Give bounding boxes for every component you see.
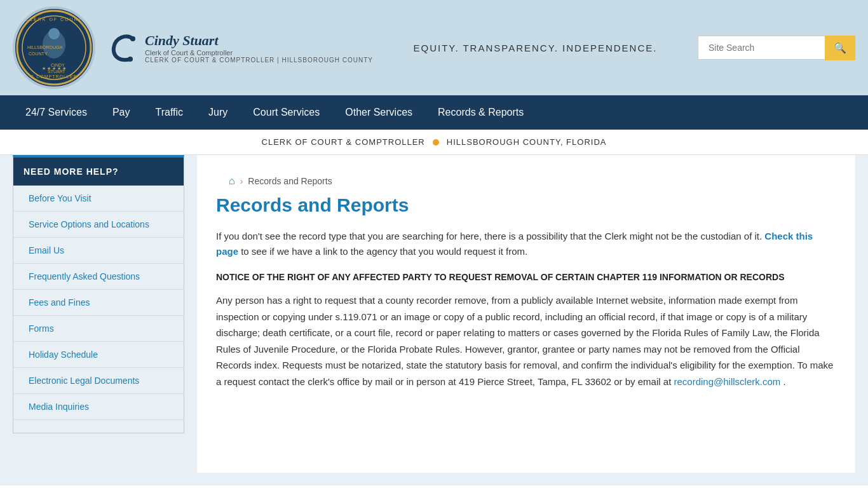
sidebar-item-service-options[interactable]: Service Options and Locations (13, 212, 184, 238)
email-link[interactable]: recording@hillsclerk.com (674, 376, 780, 387)
header-search: 🔍 (698, 36, 855, 60)
nav-item-other-services[interactable]: Other Services (332, 95, 425, 130)
org-bar: CLERK OF COURT & COMPTROLLER HILLSBOROUG… (0, 130, 868, 155)
nav-item-traffic[interactable]: Traffic (143, 95, 196, 130)
intro-text-part1: If you don't see the record type that yo… (216, 231, 762, 241)
logo-circle: CLERK OF COURT & COMPTROLLER ★ ★ ★ ★ ★ H… (13, 6, 95, 89)
sidebar-item-faq[interactable]: Frequently Asked Questions (13, 264, 184, 290)
nav-item-court-services[interactable]: Court Services (240, 95, 332, 130)
svg-point-5 (48, 28, 60, 39)
body-end: . (783, 376, 785, 387)
nav-item-records-reports[interactable]: Records & Reports (425, 95, 536, 130)
sidebar-header: NEED MORE HELP? (13, 158, 184, 186)
svg-point-11 (130, 36, 135, 41)
brand-name: Cindy Stuart Clerk of Court & Comptrolle… (145, 32, 373, 64)
svg-point-12 (128, 57, 133, 62)
sidebar: NEED MORE HELP? Before You Visit Service… (13, 155, 184, 433)
body-text: Any person has a right to request that a… (216, 295, 833, 387)
page-title: Records and Reports (216, 194, 836, 216)
sidebar-item-before-you-visit[interactable]: Before You Visit (13, 186, 184, 212)
svg-text:HILLSBOROUGH: HILLSBOROUGH (27, 45, 63, 50)
sidebar-item-electronic-legal[interactable]: Electronic Legal Documents (13, 368, 184, 394)
svg-text:STUART: STUART (48, 69, 66, 74)
nav-item-247services[interactable]: 24/7 Services (13, 95, 100, 130)
main-layout: NEED MORE HELP? Before You Visit Service… (0, 155, 868, 485)
content-area: ⌂ › Records and Reports Records and Repo… (197, 155, 855, 473)
sidebar-item-holiday-schedule[interactable]: Holiday Schedule (13, 342, 184, 368)
content-body: Any person has a right to request that a… (216, 292, 836, 390)
sidebar-item-media-inquiries[interactable]: Media Inquiries (13, 394, 184, 420)
content-intro: If you don't see the record type that yo… (216, 229, 836, 259)
header-brand: Cindy Stuart Clerk of Court & Comptrolle… (108, 32, 373, 64)
org-left: CLERK OF COURT & COMPTROLLER (262, 137, 425, 147)
breadcrumb: ⌂ › Records and Reports (216, 168, 836, 194)
header-slogan: EQUITY. TRANSPARENCY. INDEPENDENCE. (386, 43, 685, 53)
nav-item-jury[interactable]: Jury (196, 95, 240, 130)
breadcrumb-separator: › (240, 176, 243, 186)
svg-text:COUNTY: COUNTY (29, 51, 48, 56)
breadcrumb-current: Records and Reports (248, 176, 332, 186)
svg-text:CINDY: CINDY (51, 63, 65, 67)
svg-text:& COMPTROLLER: & COMPTROLLER (31, 74, 78, 79)
brand-logo: Cindy Stuart Clerk of Court & Comptrolle… (108, 32, 373, 64)
main-nav: 24/7 Services Pay Traffic Jury Court Ser… (0, 95, 868, 130)
svg-text:CLERK OF COURT: CLERK OF COURT (25, 17, 83, 22)
sidebar-item-email-us[interactable]: Email Us (13, 238, 184, 264)
sidebar-item-fees-fines[interactable]: Fees and Fines (13, 290, 184, 316)
search-button[interactable]: 🔍 (825, 36, 855, 60)
nav-item-pay[interactable]: Pay (100, 95, 143, 130)
intro-text-part2: to see if we have a link to the agency t… (241, 246, 527, 257)
sidebar-item-forms[interactable]: Forms (13, 316, 184, 342)
search-input[interactable] (698, 36, 825, 60)
org-right: HILLSBOROUGH COUNTY, FLORIDA (447, 137, 607, 147)
site-header: CLERK OF COURT & COMPTROLLER ★ ★ ★ ★ ★ H… (0, 0, 868, 95)
org-dot (433, 139, 439, 146)
notice-title: NOTICE OF THE RIGHT OF ANY AFFECTED PART… (216, 272, 836, 282)
brand-c-icon (108, 32, 140, 64)
breadcrumb-home-icon[interactable]: ⌂ (229, 175, 235, 187)
